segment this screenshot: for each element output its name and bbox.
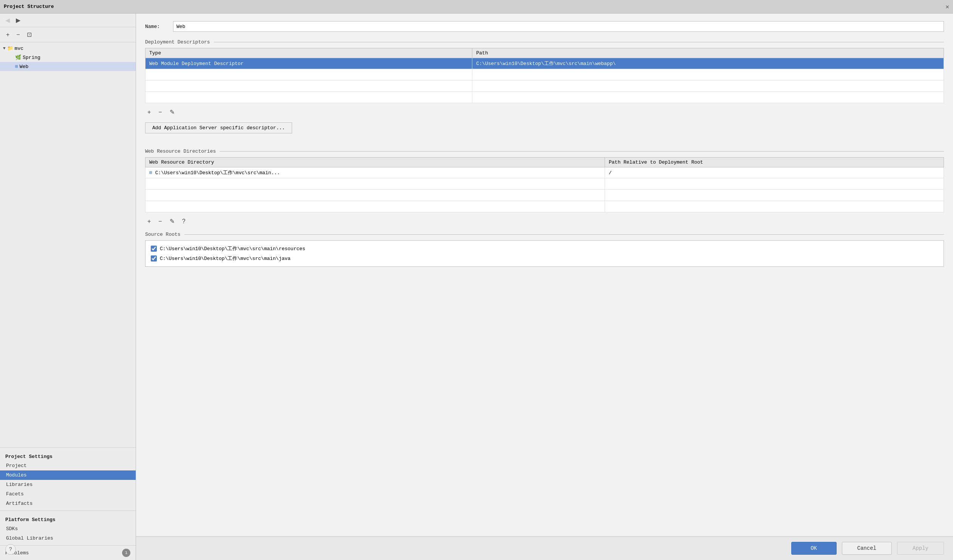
name-label: Name: (145, 24, 168, 29)
web-edit-button[interactable]: ✎ (168, 217, 177, 226)
main-layout: ◀ ▶ + − ⊡ ▼ 📁 mvc 🌿 Spring ⊞ Web (0, 14, 953, 560)
sidebar-item-libraries[interactable]: Libraries (0, 480, 136, 489)
empty-row-3 (146, 92, 944, 103)
content-area: Name: Deployment Descriptors Type Path W… (136, 14, 953, 560)
deployment-add-button[interactable]: + (145, 108, 153, 116)
web-resource-row[interactable]: ⊞ C:\Users\win10\Desktop\工作\mvc\src\main… (146, 168, 944, 178)
spring-icon: 🌿 (15, 54, 21, 60)
name-row: Name: (145, 21, 944, 32)
module-tree: ▼ 📁 mvc 🌿 Spring ⊞ Web (0, 42, 136, 73)
web-resource-table: Web Resource Directory Path Relative to … (145, 157, 944, 213)
sidebar-item-artifacts[interactable]: Artifacts (0, 499, 136, 508)
empty-row-1 (146, 69, 944, 81)
problems-row[interactable]: Problems 1 (0, 545, 136, 560)
platform-settings-section: Platform Settings SDKs Global Libraries (0, 510, 136, 545)
sidebar-item-global-libraries[interactable]: Global Libraries (0, 534, 136, 543)
sidebar-item-facets[interactable]: Facets (0, 489, 136, 499)
add-module-button[interactable]: + (5, 31, 11, 39)
remove-module-button[interactable]: − (15, 31, 21, 39)
tree-item-spring[interactable]: 🌿 Spring (0, 53, 136, 62)
project-settings-section: Project Settings Project Modules Librari… (0, 447, 136, 510)
source-root-checkbox-0[interactable] (151, 246, 157, 252)
nav-arrows: ◀ ▶ (0, 14, 136, 27)
web-help-button[interactable]: ? (180, 217, 188, 226)
web-resource-dir-cell: ⊞ C:\Users\win10\Desktop\工作\mvc\src\main… (146, 168, 605, 178)
tree-item-mvc[interactable]: ▼ 📁 mvc (0, 44, 136, 53)
web-resource-header: Web Resource Directories (145, 149, 944, 154)
web-resource-path-cell: / (605, 168, 944, 178)
back-button[interactable]: ◀ (3, 16, 12, 25)
source-root-item-0: C:\Users\win10\Desktop\工作\mvc\src\main\r… (149, 244, 941, 254)
source-roots-header: Source Roots (145, 232, 944, 237)
deployment-remove-button[interactable]: − (156, 108, 164, 116)
web-remove-button[interactable]: − (156, 217, 164, 226)
copy-module-button[interactable]: ⊡ (25, 30, 33, 39)
web-resource-dir-icon: ⊞ (149, 170, 152, 176)
source-root-checkbox-1[interactable] (151, 256, 157, 262)
web-module-icon: ⊞ (15, 64, 18, 70)
deployment-type-header: Type (146, 48, 472, 58)
help-button[interactable]: ? (5, 544, 16, 555)
apply-button[interactable]: Apply (897, 542, 944, 555)
project-settings-label: Project Settings (0, 450, 136, 461)
title-bar-title: Project Structure (4, 4, 54, 9)
bottom-bar: OK Cancel Apply (136, 536, 953, 560)
deployment-path-header: Path (472, 48, 944, 58)
web-add-button[interactable]: + (145, 217, 153, 226)
cancel-button[interactable]: Cancel (842, 542, 892, 555)
deployment-descriptors-header: Deployment Descriptors (145, 39, 944, 45)
title-bar: Project Structure ✕ (0, 0, 953, 14)
web-resource-toolbar: + − ✎ ? (145, 216, 944, 227)
sidebar: ◀ ▶ + − ⊡ ▼ 📁 mvc 🌿 Spring ⊞ Web (0, 14, 136, 560)
close-button[interactable]: ✕ (945, 3, 949, 11)
deployment-path-cell: C:\Users\win10\Desktop\工作\mvc\src\main\w… (472, 58, 944, 69)
source-root-item-1: C:\Users\win10\Desktop\工作\mvc\src\main\j… (149, 254, 941, 264)
folder-icon: 📁 (7, 45, 13, 51)
tree-item-web[interactable]: ⊞ Web (0, 62, 136, 71)
sidebar-nav (0, 73, 136, 447)
web-resource-path-header: Path Relative to Deployment Root (605, 158, 944, 168)
web-empty-row-3 (146, 201, 944, 213)
sidebar-toolbar: + − ⊡ (0, 27, 136, 42)
deployment-descriptor-row[interactable]: Web Module Deployment Descriptor C:\User… (146, 58, 944, 69)
forward-button[interactable]: ▶ (14, 16, 23, 25)
tree-toggle-mvc: ▼ (3, 46, 6, 51)
empty-row-2 (146, 81, 944, 92)
sidebar-item-project[interactable]: Project (0, 461, 136, 470)
deployment-edit-button[interactable]: ✎ (168, 108, 177, 116)
web-resource-dir-header: Web Resource Directory (146, 158, 605, 168)
web-empty-row-2 (146, 190, 944, 201)
add-descriptor-button[interactable]: Add Application Server specific descript… (145, 123, 292, 133)
deployment-toolbar: + − ✎ (145, 106, 944, 118)
deployment-type-cell: Web Module Deployment Descriptor (146, 58, 472, 69)
content-inner: Name: Deployment Descriptors Type Path W… (136, 14, 953, 536)
sidebar-item-modules[interactable]: Modules (0, 470, 136, 480)
sidebar-item-sdks[interactable]: SDKs (0, 524, 136, 534)
deployment-descriptors-table: Type Path Web Module Deployment Descript… (145, 48, 944, 103)
source-roots-list: C:\Users\win10\Desktop\工作\mvc\src\main\r… (145, 240, 944, 267)
name-input[interactable] (173, 21, 944, 32)
web-empty-row-1 (146, 178, 944, 190)
platform-settings-label: Platform Settings (0, 513, 136, 524)
problems-badge: 1 (122, 549, 130, 557)
ok-button[interactable]: OK (791, 542, 837, 555)
